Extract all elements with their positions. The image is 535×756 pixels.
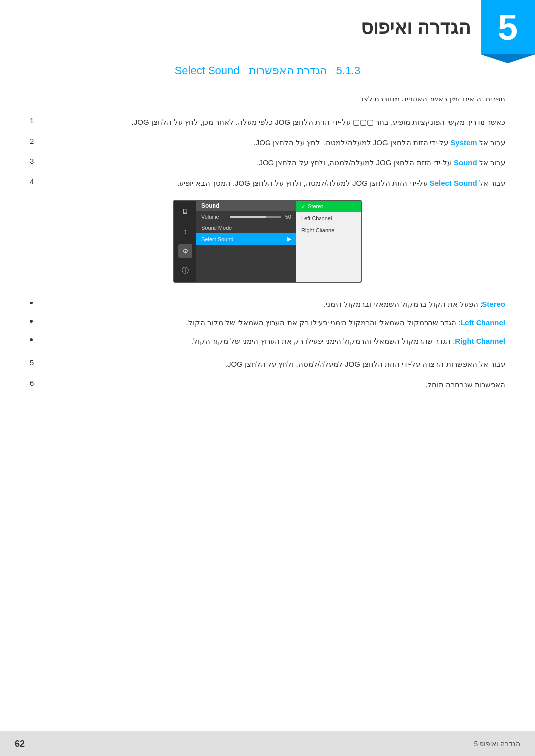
footer-chapter-title: הגדרה ואיפוס 5 (474, 740, 520, 748)
step-text-5: עבור אל האפשרות הרצויה על-ידי הזזת הלחצן… (46, 357, 505, 371)
bullet-item: Left Channel: הגדר שהרמקול השמאלי והרמקו… (30, 316, 505, 329)
steps-list: 1 כאשר מדריך מקשי הפונקציות מופיע, בחר ▢… (30, 115, 505, 190)
step-text: עבור אל Sound על-ידי הזזת הלחצן JOG למעל… (46, 156, 505, 169)
info-icon: ⓘ (178, 264, 192, 278)
section-number: 5.1.3 (336, 64, 360, 77)
section-title-en: Select Sound (175, 64, 240, 77)
step-item-5: 5 עבור אל האפשרות הרצויה על-ידי הזזת הלח… (30, 357, 505, 371)
step-item-6: 6 האפשרות שנבחרה תוחל. (30, 378, 505, 391)
main-content: 5.1.3 הגדרת האפשרות Select Sound תפריט ז… (30, 64, 505, 401)
volume-bar (230, 216, 281, 218)
step-item: 2 עבור אל System על-ידי הזזת הלחצן JOG ל… (30, 136, 505, 149)
step-item: 4 עבור אל Select Sound על-ידי הזזת הלחצן… (30, 176, 505, 190)
bullet-dot (30, 320, 33, 323)
step-number: 2 (30, 136, 40, 145)
submenu-left-channel: Left Channel (296, 212, 361, 224)
chapter-title: הגדרה ואיפוס (361, 16, 471, 38)
chapter-number-box: 5 (481, 0, 535, 54)
step-text: עבור אל System על-ידי הזזת הלחצן JOG למע… (46, 136, 505, 149)
left-channel-highlight: Left Channel (460, 318, 505, 327)
volume-value: 50 (285, 214, 291, 220)
check-icon: ✓ (301, 204, 305, 209)
step-text: כאשר מדריך מקשי הפונקציות מופיע, בחר ▢▢▢… (46, 115, 505, 129)
stereo-highlight: Stereo (482, 300, 505, 308)
steps-list-2: 5 עבור אל האפשרות הרצויה על-ידי הזזת הלח… (30, 357, 505, 391)
step-number: 1 (30, 115, 40, 125)
step-item: 3 עבור אל Sound על-ידי הזזת הלחצן JOG למ… (30, 156, 505, 169)
bullets-section: Stereo: הפעל את הקול ברמקול השמאלי וברמק… (30, 298, 505, 348)
bullet-item: Stereo: הפעל את הקול ברמקול השמאלי וברמק… (30, 298, 505, 311)
step-number: 4 (30, 176, 40, 186)
chapter-number: 5 (498, 9, 518, 45)
section-title: 5.1.3 הגדרת האפשרות Select Sound (30, 64, 505, 77)
step-number-5: 5 (30, 357, 40, 367)
volume-filled (230, 216, 266, 218)
bullet-dot (30, 338, 33, 341)
intro-text: תפריט זה אינו זמין כאשר האוזנייה מחוברת … (30, 92, 505, 105)
arrows-icon: ↕ (178, 224, 192, 238)
bullet-text: Right Channel: הגדר שהרמקול השמאלי והרמק… (38, 334, 505, 348)
step-text: עבור אל Select Sound על-ידי הזזת הלחצן J… (46, 176, 505, 190)
bullet-dot (30, 302, 33, 304)
menu-panel: Sound Volume 50 Sound Mode Select Sound (196, 201, 296, 282)
sound-mode-label: Sound Mode (201, 225, 232, 231)
sound-mode-item: Sound Mode (196, 222, 296, 233)
page-number: 62 (15, 739, 25, 749)
bullet-item: Right Channel: הגדר שהרמקול השמאלי והרמק… (30, 334, 505, 348)
page-footer: 62 הגדרה ואיפוס 5 (0, 731, 535, 756)
bullet-text: Stereo: הפעל את הקול ברמקול השמאלי וברמק… (38, 298, 505, 311)
volume-row: Volume 50 (196, 211, 296, 222)
section-title-he: הגדרת האפשרות (249, 64, 327, 77)
monitor-icon: 🖥 (178, 204, 192, 218)
select-sound-item: Select Sound ▶ (196, 233, 296, 245)
select-sound-label: Select Sound (201, 236, 233, 242)
step-number-6: 6 (30, 378, 40, 387)
bullet-text: Left Channel: הגדר שהרמקול השמאלי והרמקו… (38, 316, 505, 329)
right-channel-highlight: Right Channel (455, 337, 505, 345)
menu-header: Sound (196, 201, 296, 211)
submenu-panel: ✓ Stereo Left Channel Right Channel (296, 201, 361, 282)
step-number: 3 (30, 156, 40, 165)
screen-mockup: 🖥 ↕ ⚙ ⓘ Sound Volume 50 (173, 200, 362, 283)
stereo-label: Stereo (308, 203, 323, 209)
step-text-6: האפשרות שנבחרה תוחל. (46, 378, 505, 391)
right-channel-label: Right Channel (301, 227, 336, 233)
left-channel-label: Left Channel (301, 215, 332, 221)
submenu-right-channel: Right Channel (296, 224, 361, 236)
arrow-right-icon: ▶ (287, 236, 291, 242)
step-item: 1 כאשר מדריך מקשי הפונקציות מופיע, בחר ▢… (30, 115, 505, 129)
chapter-header: הגדרה ואיפוס 5 (0, 0, 535, 54)
settings-icon: ⚙ (178, 244, 192, 258)
volume-label: Volume (201, 214, 226, 220)
submenu-stereo: ✓ Stereo (296, 201, 361, 212)
sidebar-icons: 🖥 ↕ ⚙ ⓘ (174, 201, 196, 282)
